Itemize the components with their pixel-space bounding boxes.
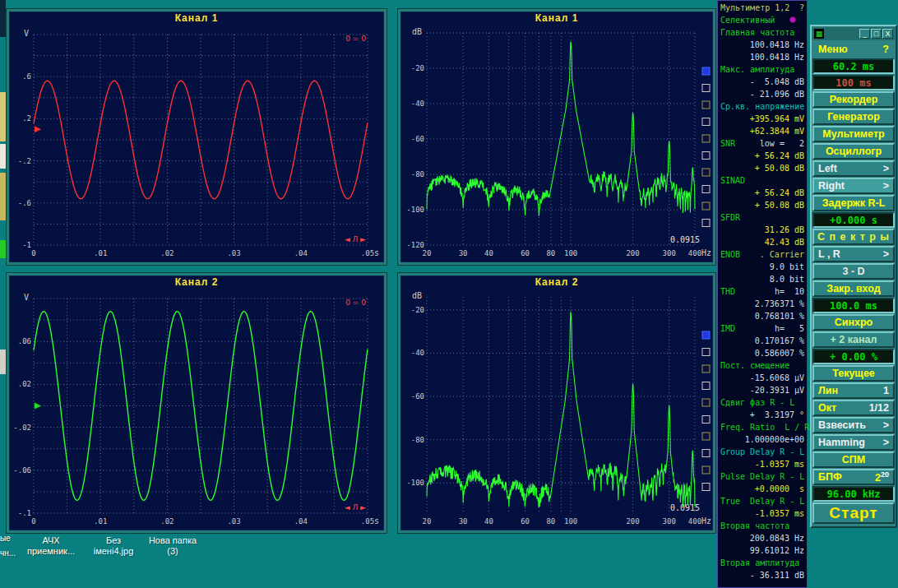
svg-text:80: 80 xyxy=(546,517,555,525)
legend-square[interactable] xyxy=(702,186,710,193)
trigger-level-marker[interactable] xyxy=(35,403,41,410)
legend-square[interactable] xyxy=(702,416,710,424)
multimeter-label: Freq. Ratio L / R xyxy=(720,421,809,433)
multimeter-row: + 50.08 dB xyxy=(718,199,807,211)
svg-text:20: 20 xyxy=(423,517,432,525)
multimeter-label: ENOB xyxy=(720,248,740,261)
recorder-button[interactable]: Рекордер xyxy=(812,91,895,108)
minimize-button[interactable]: _ xyxy=(859,29,870,39)
multimeter-value: 8.0 bit xyxy=(770,273,804,285)
second-channel-button[interactable]: + 2 канал xyxy=(812,331,895,348)
sample-rate-display: 96.00 kHz xyxy=(812,486,895,502)
multimeter-row: Макс. амплитуда xyxy=(718,63,807,76)
legend-square[interactable] xyxy=(702,135,710,142)
cursor-value-label: 0.0915 xyxy=(670,235,700,244)
legend-square[interactable] xyxy=(702,220,710,227)
menu-button[interactable]: Меню xyxy=(818,44,848,55)
multimeter-row: +0.0000 s xyxy=(718,483,807,495)
legend-square[interactable] xyxy=(702,484,710,491)
svg-text:.05: .05 xyxy=(361,249,374,257)
menu-bar: Меню? xyxy=(812,41,895,58)
svg-text:300: 300 xyxy=(663,517,676,525)
window-function-button[interactable]: Hamming> xyxy=(812,434,895,451)
oscilloscope-ch2-title: Канал 2 xyxy=(9,275,384,289)
scope-bottom-marker[interactable]: ◄ Л ► xyxy=(345,235,366,243)
legend-square[interactable] xyxy=(702,152,710,160)
maximize-button[interactable]: □ xyxy=(871,29,882,39)
svg-text:-40: -40 xyxy=(411,100,424,108)
legend-square[interactable] xyxy=(702,399,710,406)
svg-text:60: 60 xyxy=(521,517,530,525)
desktop-icon[interactable]: АЧХприемник... xyxy=(27,535,75,557)
legend-square[interactable] xyxy=(702,450,710,457)
sync-button[interactable]: Синхро xyxy=(812,314,895,331)
close-button[interactable]: X xyxy=(882,29,893,39)
legend-square[interactable] xyxy=(702,466,710,474)
multimeter-row: 8.0 bit xyxy=(718,273,807,285)
legend-square[interactable] xyxy=(702,202,710,210)
delay-display: +0.000 s xyxy=(812,212,895,228)
legend-square[interactable] xyxy=(702,349,710,356)
legend-square[interactable] xyxy=(702,118,710,126)
legend-square[interactable] xyxy=(702,365,710,373)
spec2-trace xyxy=(427,313,695,507)
weighting-button[interactable]: Взвесить> xyxy=(812,417,895,433)
spectrum-ch2-title: Канал 2 xyxy=(400,275,713,289)
spectrum-ch2-plot[interactable]: -20-40-60-80-1002030406080100200300400dB… xyxy=(400,289,713,530)
generator-button[interactable]: Генератор xyxy=(812,109,895,125)
svg-text:80: 80 xyxy=(546,249,555,257)
closed-input-button[interactable]: Закр. вход xyxy=(812,280,895,297)
svg-text:.03: .03 xyxy=(227,517,240,525)
help-button[interactable]: ? xyxy=(882,44,889,55)
multimeter-value: 100.0418 Hz xyxy=(750,51,804,63)
svg-text:40: 40 xyxy=(484,249,493,257)
legend-square[interactable] xyxy=(702,85,710,92)
trigger-level-marker[interactable] xyxy=(35,126,41,132)
multimeter-row: 1.000000e+00 xyxy=(718,433,807,446)
cursor-value-label: 0.0915 xyxy=(670,503,700,512)
svg-text:V: V xyxy=(24,293,29,302)
psd-button[interactable]: СПМ xyxy=(812,451,895,468)
scope-bottom-marker[interactable]: ◄ Л ► xyxy=(345,503,366,512)
desktop-icon[interactable]: Безімені4.jpg xyxy=(94,535,134,557)
multimeter-label: Селективный xyxy=(720,14,775,26)
svg-text:.04: .04 xyxy=(294,249,308,257)
start-button[interactable]: Старт xyxy=(812,502,895,524)
spectra-channels-button[interactable]: L , R> xyxy=(812,246,895,262)
multimeter-row: 0.768101 % xyxy=(718,310,807,322)
svg-text:100: 100 xyxy=(564,517,577,525)
current-button[interactable]: Текущее xyxy=(812,365,895,382)
spec1-svg: -20-40-60-80-100-12020304060801002003004… xyxy=(400,25,713,262)
legend-square[interactable] xyxy=(702,169,710,176)
multimeter-label: Ср.кв. напряжение xyxy=(720,100,804,113)
octave-button[interactable]: Окт1/12 xyxy=(812,400,895,416)
multimeter-row: 100.0418 Hz xyxy=(718,51,807,63)
multimeter-value: h= 10 xyxy=(775,285,804,298)
legend-square[interactable] xyxy=(702,67,710,75)
control-titlebar[interactable]: ▦ _□X xyxy=(812,27,895,40)
oscilloscope-ch2-plot[interactable]: .06.02-.02-.06-.10.01.02.03.04.05Vs0 = 0… xyxy=(9,289,384,530)
legend-square[interactable] xyxy=(702,433,710,440)
scope-top-marker[interactable]: 0 = 0 xyxy=(345,299,366,307)
left-channel-button[interactable]: Left> xyxy=(812,160,895,177)
svg-text:400: 400 xyxy=(688,517,701,525)
selective-mode-indicator[interactable] xyxy=(789,16,796,23)
delay-button[interactable]: Задержк R-L xyxy=(812,195,895,211)
desktop-icon[interactable]: Нова папка(3) xyxy=(149,535,197,557)
multimeter-row: 31.26 dB xyxy=(718,224,807,236)
three-d-button[interactable]: 3 - D xyxy=(812,263,895,280)
fft-size-button[interactable]: БПФ220 xyxy=(812,469,895,485)
multimeter-row: - 5.048 dB xyxy=(718,76,807,88)
oscilloscope-ch1-plot[interactable]: .6.2-.2-.6-10.01.02.03.04.05Vs0 = 0◄ Л ► xyxy=(9,25,384,262)
linear-scale-button[interactable]: Лин1 xyxy=(812,382,895,399)
legend-square[interactable] xyxy=(702,382,710,390)
legend-square[interactable] xyxy=(702,101,710,109)
oscilloscope-button[interactable]: Осциллогр xyxy=(812,143,895,160)
multimeter-button[interactable]: Мультиметр xyxy=(812,126,895,142)
spectra-header[interactable]: С п е к т р ы xyxy=(812,229,895,245)
legend-square[interactable] xyxy=(702,331,710,339)
multimeter-row: 2.736371 % xyxy=(718,298,807,310)
spectrum-ch1-plot[interactable]: -20-40-60-80-100-12020304060801002003004… xyxy=(400,25,713,262)
scope-top-marker[interactable]: 0 = 0 xyxy=(345,35,366,43)
right-channel-button[interactable]: Right> xyxy=(812,178,895,194)
